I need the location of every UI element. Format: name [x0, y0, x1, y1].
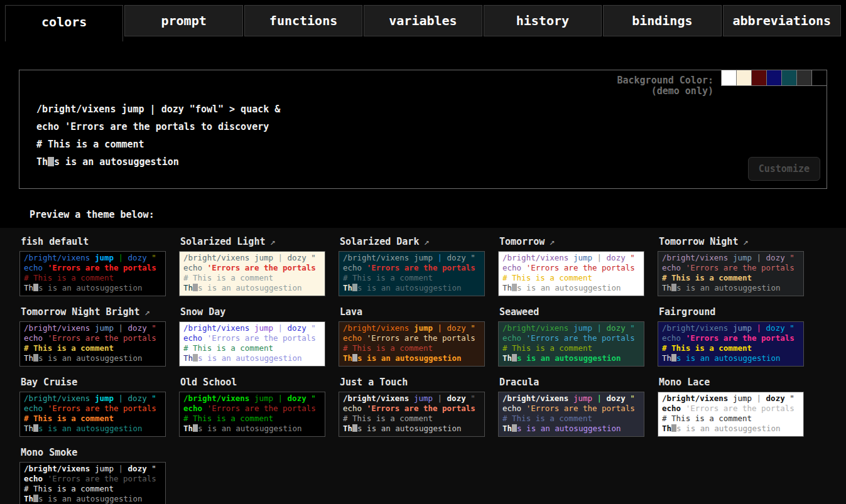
external-link-icon[interactable]: ↗	[423, 236, 429, 247]
external-link-icon[interactable]: ↗	[269, 236, 275, 247]
code-token: "	[306, 253, 316, 262]
theme-preview[interactable]: /bright/vixens jump | dozy "echo 'Errors…	[179, 251, 325, 296]
tab-colors[interactable]: colors	[5, 5, 123, 41]
code-token: s is an autosuggestion	[357, 353, 462, 363]
preview-line: /bright/vixens jump | dozy "	[343, 253, 480, 263]
theme-card-tomorrow-night[interactable]: Tomorrow Night↗/bright/vixens jump | doz…	[658, 235, 804, 296]
preview-line: Ths is an autosuggestion	[24, 494, 161, 504]
theme-card-lava[interactable]: Lava/bright/vixens jump | dozy "echo 'Er…	[339, 306, 485, 367]
theme-preview[interactable]: /bright/vixens jump | dozy "echo 'Errors…	[498, 321, 644, 367]
background-swatch-6[interactable]	[811, 70, 827, 85]
cursor-block	[671, 424, 676, 432]
customize-button[interactable]: Customize	[748, 157, 820, 181]
code-token: 'Errors are the portals	[367, 333, 475, 343]
theme-preview[interactable]: /bright/vixens jump | dozy "echo 'Errors…	[179, 392, 325, 437]
preview-line: echo 'Errors are the portals	[343, 333, 480, 343]
code-token: echo	[502, 263, 526, 272]
code-token: |	[273, 394, 288, 403]
preview-line: /bright/vixens jump | dozy "	[24, 323, 161, 333]
cursor-block	[193, 284, 198, 291]
theme-card-snow-day[interactable]: Snow Day/bright/vixens jump | dozy "echo…	[179, 306, 325, 367]
preview-line: echo 'Errors are the portals	[24, 263, 161, 273]
theme-card-solarized-light[interactable]: Solarized Light↗/bright/vixens jump | do…	[179, 235, 325, 296]
theme-title[interactable]: Tomorrow Night Bright↗	[21, 306, 166, 318]
theme-preview[interactable]: /bright/vixens jump | dozy "echo 'Errors…	[19, 392, 166, 437]
tab-variables[interactable]: variables	[364, 5, 482, 36]
code-token: "	[147, 394, 156, 403]
tab-prompt[interactable]: prompt	[124, 5, 242, 36]
preview-line: /bright/vixens jump | dozy "	[24, 253, 161, 263]
theme-card-mono-lace[interactable]: Mono Lace/bright/vixens jump | dozy "ech…	[658, 376, 804, 437]
code-token: s is an autosuggestion	[198, 353, 302, 363]
theme-preview[interactable]: /bright/vixens jump | dozy "echo 'Errors…	[339, 321, 485, 367]
section-title: Preview a theme below:	[30, 209, 846, 220]
code-token: |	[433, 323, 447, 333]
tab-abbreviations[interactable]: abbreviations	[723, 5, 841, 36]
code-token: Th	[343, 283, 352, 292]
background-swatch-5[interactable]	[796, 70, 811, 85]
theme-title: fish default	[21, 236, 166, 247]
theme-preview[interactable]: /bright/vixens jump | dozy "echo 'Errors…	[658, 251, 804, 296]
tab-functions[interactable]: functions	[244, 5, 362, 36]
preview-line: echo 'Errors are the portals	[662, 263, 800, 273]
external-link-icon[interactable]: ↗	[549, 236, 555, 247]
external-link-icon[interactable]: ↗	[144, 306, 150, 318]
theme-card-dracula[interactable]: Dracula/bright/vixens jump | dozy "echo …	[498, 376, 644, 437]
code-token: /bright/vixens	[183, 394, 254, 403]
background-swatch-4[interactable]	[781, 70, 796, 85]
external-link-icon[interactable]: ↗	[742, 236, 748, 247]
code-token: # This is a comment	[502, 343, 592, 353]
background-swatch-2[interactable]	[751, 70, 766, 85]
preview-line: echo 'Errors are the portals	[343, 263, 480, 273]
theme-title[interactable]: Tomorrow Night↗	[659, 236, 804, 247]
theme-card-tomorrow-night-bright[interactable]: Tomorrow Night Bright↗/bright/vixens jum…	[19, 306, 166, 367]
theme-title: Old School	[180, 377, 325, 388]
code-token: # This is a comment	[662, 414, 752, 423]
theme-title[interactable]: Tomorrow↗	[499, 236, 644, 247]
preview-line: /bright/vixens jump | dozy "	[24, 464, 161, 474]
theme-name: Dracula	[499, 377, 539, 388]
theme-preview[interactable]: /bright/vixens jump | dozy "echo 'Errors…	[179, 321, 325, 367]
theme-title: Lava	[340, 306, 485, 318]
theme-name: Just a Touch	[340, 377, 408, 388]
theme-preview[interactable]: /bright/vixens jump | dozy "echo 'Errors…	[498, 251, 644, 296]
theme-preview[interactable]: /bright/vixens jump | dozy "echo 'Errors…	[19, 321, 166, 367]
code-token: s is an autosuggestion	[357, 283, 462, 292]
preview-line: echo 'Errors are the portals	[662, 404, 800, 414]
theme-card-mono-smoke[interactable]: Mono Smoke/bright/vixens jump | dozy "ec…	[19, 446, 166, 504]
code-token: "	[147, 253, 156, 262]
theme-title[interactable]: Solarized Light↗	[180, 236, 325, 247]
code-token: echo	[662, 333, 686, 343]
code-token: /bright/vixens	[343, 323, 414, 333]
code-token: echo	[24, 404, 48, 413]
tab-bindings[interactable]: bindings	[603, 5, 721, 36]
theme-card-fairground[interactable]: Fairground/bright/vixens jump | dozy "ec…	[658, 306, 804, 367]
code-token: Th	[24, 494, 33, 503]
theme-card-fish-default[interactable]: fish default/bright/vixens jump | dozy "…	[19, 235, 166, 296]
theme-preview[interactable]: /bright/vixens jump | dozy "echo 'Errors…	[339, 392, 485, 437]
code-token: echo	[24, 474, 48, 483]
code-token: "	[785, 323, 794, 333]
background-swatch-3[interactable]	[766, 70, 781, 85]
theme-preview[interactable]: /bright/vixens jump | dozy "echo 'Errors…	[658, 392, 804, 437]
theme-title[interactable]: Solarized Dark↗	[340, 236, 485, 247]
theme-preview[interactable]: /bright/vixens jump | dozy "echo 'Errors…	[339, 251, 485, 296]
background-swatch-0[interactable]	[721, 70, 736, 85]
theme-card-old-school[interactable]: Old School/bright/vixens jump | dozy "ec…	[179, 376, 325, 437]
theme-card-just-a-touch[interactable]: Just a Touch/bright/vixens jump | dozy "…	[339, 376, 485, 437]
code-token: # This is a comment	[662, 273, 752, 282]
code-token: /bright/vixens	[662, 394, 733, 403]
theme-preview[interactable]: /bright/vixens jump | dozy "echo 'Errors…	[19, 251, 166, 296]
theme-preview[interactable]: /bright/vixens jump | dozy "echo 'Errors…	[498, 392, 644, 437]
tab-history[interactable]: history	[484, 5, 602, 36]
theme-preview[interactable]: /bright/vixens jump | dozy "echo 'Errors…	[19, 462, 166, 504]
theme-preview[interactable]: /bright/vixens jump | dozy "echo 'Errors…	[658, 321, 804, 367]
theme-card-solarized-dark[interactable]: Solarized Dark↗/bright/vixens jump | doz…	[339, 235, 485, 296]
theme-card-bay-cruise[interactable]: Bay Cruise/bright/vixens jump | dozy "ec…	[19, 376, 166, 437]
code-token: "	[466, 323, 475, 333]
theme-card-tomorrow[interactable]: Tomorrow↗/bright/vixens jump | dozy "ech…	[498, 235, 644, 296]
code-token: "	[306, 394, 316, 403]
code-token: echo	[24, 263, 48, 272]
theme-card-seaweed[interactable]: Seaweed/bright/vixens jump | dozy "echo …	[498, 306, 644, 367]
background-swatch-1[interactable]	[736, 70, 751, 85]
